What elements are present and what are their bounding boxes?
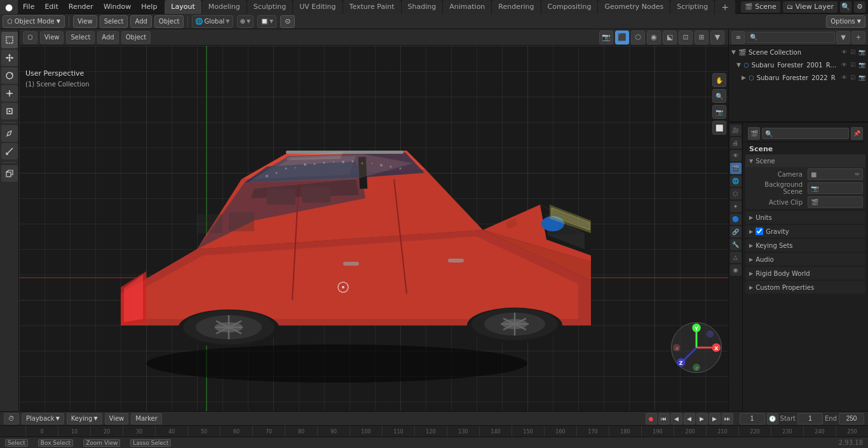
- rotate-tool[interactable]: [1, 67, 18, 84]
- render-region-icon[interactable]: ⬜: [712, 121, 726, 135]
- playback-menu-btn[interactable]: Playback ▼: [22, 413, 64, 424]
- mode-select-btn[interactable]: ⬡ Object Mode ▼: [3, 15, 65, 28]
- props-search-input[interactable]: [762, 128, 849, 139]
- tab-modeling[interactable]: Modeling: [202, 0, 247, 14]
- menu-window[interactable]: Window: [98, 0, 136, 14]
- transform-tool[interactable]: [1, 103, 18, 119]
- viewport-material-mode[interactable]: ⬡: [631, 31, 645, 44]
- scale-tool[interactable]: [1, 85, 18, 102]
- props-constraints-tab[interactable]: 🔗: [730, 226, 742, 238]
- item1-render-icon[interactable]: 📷: [858, 74, 865, 81]
- timeline-editor-icon[interactable]: ⏱: [4, 413, 19, 424]
- item0-hide-icon[interactable]: 👁: [840, 61, 848, 69]
- keying-sets-header[interactable]: ▶ Keying Sets: [745, 239, 865, 252]
- menu-file[interactable]: File: [18, 0, 39, 14]
- hand-icon[interactable]: ✋: [712, 73, 726, 87]
- outliner-search-input[interactable]: [747, 32, 835, 43]
- tab-scripting[interactable]: Scripting: [670, 0, 714, 14]
- props-view-tab[interactable]: 👁: [730, 150, 742, 161]
- viewport-options-btn[interactable]: ▼: [710, 31, 724, 44]
- outliner-item-0[interactable]: ▼ ⬡ Subaru_Forester_2001_Red 👁 ☑ 📷: [734, 58, 868, 71]
- props-scene-tab[interactable]: 🎬: [730, 163, 742, 174]
- viewport-overlay-btn[interactable]: ⬕: [663, 31, 677, 44]
- pivot-dropdown[interactable]: ▼: [247, 18, 250, 24]
- item0-select-icon[interactable]: ☑: [849, 61, 857, 69]
- global-dropdown[interactable]: ▼: [226, 18, 229, 24]
- frame-clock-icon[interactable]: 🕐: [767, 413, 778, 424]
- viewport-render-mode[interactable]: ◉: [647, 31, 661, 44]
- viewport-add-btn[interactable]: Add: [97, 31, 118, 44]
- tab-uv-editing[interactable]: UV Editing: [293, 0, 342, 14]
- props-render-tab[interactable]: 🎥: [730, 125, 742, 136]
- navigation-gizmo[interactable]: X Y Z -X -Y: [671, 322, 722, 373]
- tab-texture-paint[interactable]: Texture Paint: [343, 0, 401, 14]
- props-world-tab[interactable]: 🌐: [730, 175, 742, 187]
- viewport-solid-mode[interactable]: ⬛: [615, 31, 629, 44]
- background-scene-field[interactable]: 📷: [808, 182, 863, 194]
- audio-section-header[interactable]: ▶ Audio: [745, 253, 865, 266]
- outliner-new-collection-icon[interactable]: +: [851, 31, 865, 44]
- viewport-canvas[interactable]: User Perspective (1) Scene Collection ✋ …: [19, 46, 728, 411]
- viewport-view-btn[interactable]: View: [40, 31, 64, 44]
- collection-select-icon[interactable]: ☑: [849, 48, 857, 56]
- scene-selector[interactable]: 🎬 Scene: [741, 1, 780, 13]
- move-tool[interactable]: [1, 50, 18, 66]
- viewport-object-btn[interactable]: Object: [121, 31, 151, 44]
- settings-icon-btn[interactable]: ⚙: [854, 1, 865, 13]
- custom-props-header[interactable]: ▶ Custom Properties: [745, 281, 865, 294]
- view-menu-tl-btn[interactable]: View: [105, 413, 129, 424]
- options-btn[interactable]: Options ▼: [826, 15, 865, 28]
- tab-shading[interactable]: Shading: [402, 0, 443, 14]
- object-menu-btn[interactable]: Object: [154, 15, 184, 28]
- props-physics-tab[interactable]: 🔵: [730, 214, 742, 225]
- viewport-camera-icon[interactable]: 📷: [599, 31, 613, 44]
- camera-icon-vp[interactable]: 📷: [712, 105, 726, 119]
- props-editor-icon[interactable]: 🎬: [748, 127, 760, 140]
- camera-value-field[interactable]: ■ ✏: [808, 168, 863, 180]
- props-particles-tab[interactable]: ✦: [730, 201, 742, 212]
- viewport-3d[interactable]: ⬡ View Select Add Object 📷 ⬛ ⬡ ◉ ⬕ ⊡ ⊞ ▼: [19, 29, 728, 411]
- keying-menu-btn[interactable]: Keying ▼: [67, 413, 102, 424]
- record-btn[interactable]: ●: [646, 413, 657, 424]
- props-pin-icon[interactable]: 📌: [851, 127, 863, 140]
- collection-render-icon[interactable]: 📷: [858, 48, 865, 56]
- outliner-scene-collection[interactable]: ▼ 🎬 Scene Collection 👁 ☑ 📷: [729, 46, 868, 58]
- jump-start-btn[interactable]: ⏮: [658, 413, 670, 424]
- tab-rendering[interactable]: Rendering: [492, 0, 540, 14]
- search-icon-btn[interactable]: 🔍: [840, 1, 851, 13]
- global-label[interactable]: Global: [204, 18, 224, 25]
- rigid-body-header[interactable]: ▶ Rigid Body World: [745, 267, 865, 280]
- viewport-gizmo-btn[interactable]: ⊞: [695, 31, 709, 44]
- zoom-icon[interactable]: 🔍: [712, 89, 726, 103]
- snap-btn[interactable]: 🔲 ▼: [257, 15, 276, 28]
- view-menu-btn[interactable]: View: [73, 15, 97, 28]
- viewport-select-btn[interactable]: Select: [66, 31, 95, 44]
- annotate-tool[interactable]: [1, 125, 18, 142]
- props-object-tab[interactable]: ⬡: [730, 188, 742, 200]
- current-frame-input[interactable]: 1: [740, 413, 765, 424]
- reverse-play-btn[interactable]: ◀: [684, 413, 695, 424]
- marker-menu-btn[interactable]: Marker: [131, 413, 162, 424]
- scene-section-header[interactable]: ▼ Scene: [745, 154, 865, 167]
- props-output-tab[interactable]: 🖨: [730, 137, 742, 149]
- view-layer-selector[interactable]: 🗂 View Layer: [783, 1, 837, 13]
- measure-tool[interactable]: [1, 143, 18, 160]
- tab-layout[interactable]: Layout: [165, 0, 201, 14]
- select-menu-btn[interactable]: Select: [100, 15, 128, 28]
- next-frame-btn[interactable]: ▶: [709, 413, 721, 424]
- gravity-section-header[interactable]: ▶ Gravity: [745, 225, 865, 238]
- menu-edit[interactable]: Edit: [39, 0, 63, 14]
- snap-dropdown[interactable]: ▼: [269, 18, 273, 24]
- active-clip-field[interactable]: 🎬: [808, 196, 863, 208]
- viewport-xray-btn[interactable]: ⊡: [679, 31, 693, 44]
- viewport-mode-btn[interactable]: ⬡: [23, 31, 37, 44]
- gravity-checkbox[interactable]: [756, 227, 763, 235]
- add-menu-btn[interactable]: Add: [130, 15, 151, 28]
- add-cube-tool[interactable]: [1, 165, 18, 182]
- tab-geometry-nodes[interactable]: Geometry Nodes: [598, 0, 670, 14]
- jump-end-btn[interactable]: ⏭: [722, 413, 733, 424]
- collection-eye-icon[interactable]: 👁: [840, 48, 848, 56]
- item1-hide-icon[interactable]: 👁: [840, 74, 848, 81]
- tab-add[interactable]: +: [715, 0, 735, 14]
- outliner-editor-icon[interactable]: ≡: [731, 31, 745, 44]
